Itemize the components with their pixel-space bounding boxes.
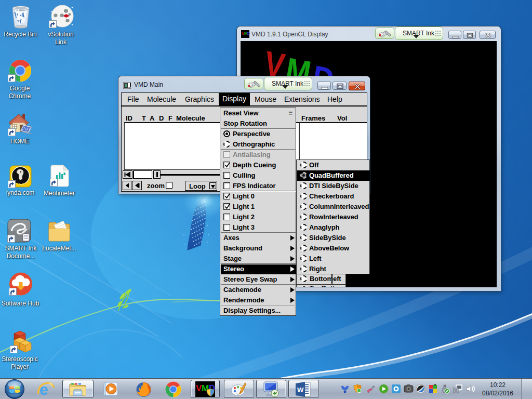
svg-text:da.com: da.com <box>16 182 30 187</box>
svg-text:e: e <box>39 381 48 398</box>
svg-text:W: W <box>297 386 304 394</box>
